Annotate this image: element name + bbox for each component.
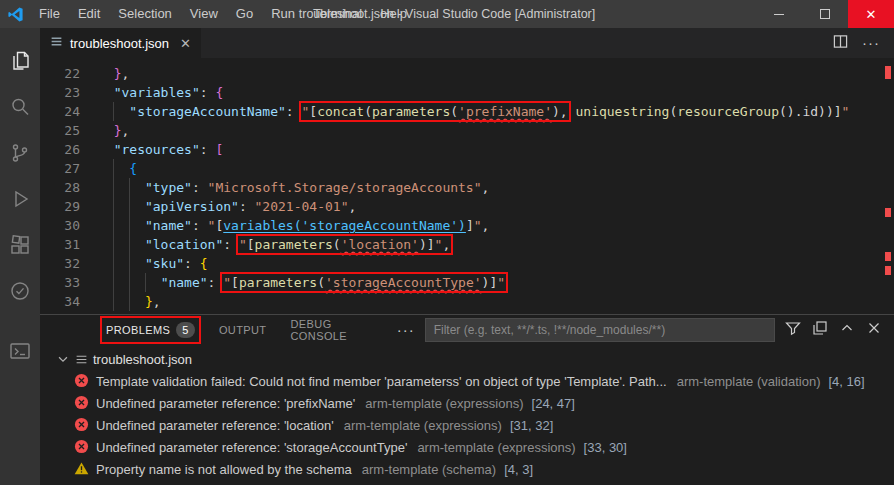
run-debug-button[interactable] xyxy=(0,176,40,222)
problems-rows: Template validation failed: Could not fi… xyxy=(40,370,894,480)
line-number: 23 xyxy=(40,83,80,102)
terminal-button[interactable] xyxy=(0,328,40,374)
files-icon xyxy=(8,49,32,73)
tab-troubleshoot-json[interactable]: troubleshoot.json ✕ xyxy=(40,28,202,58)
code-line[interactable]: 28 "type": "Microsoft.Storage/storageAcc… xyxy=(40,178,894,197)
ruler-error-mark xyxy=(885,208,891,217)
code-line[interactable]: 34 }, xyxy=(40,292,894,311)
error-icon xyxy=(74,373,90,389)
code-line[interactable]: 25 }, xyxy=(40,121,894,140)
code-line[interactable]: 22 }, xyxy=(40,64,894,83)
filter-icon[interactable] xyxy=(785,320,801,340)
explorer-button[interactable] xyxy=(0,38,40,84)
ruler-error-mark xyxy=(885,252,891,261)
problems-count-badge: 5 xyxy=(176,322,195,338)
maximize-button[interactable] xyxy=(802,0,848,28)
code-text: "name": "[variables('storageAccountName'… xyxy=(80,216,489,235)
problem-position: [31, 32] xyxy=(510,418,553,433)
menu-edit[interactable]: Edit xyxy=(69,0,109,28)
code-line[interactable]: 30 "name": "[variables('storageAccountNa… xyxy=(40,216,894,235)
problem-message: Property name is not allowed by the sche… xyxy=(96,462,352,477)
menu-help[interactable]: Help xyxy=(371,0,416,28)
close-panel-icon[interactable] xyxy=(866,320,882,340)
test-explorer-button[interactable] xyxy=(0,268,40,314)
problem-row[interactable]: Undefined parameter reference: 'location… xyxy=(40,414,894,436)
close-button[interactable]: ✕ xyxy=(848,0,894,28)
panel-tabs: PROBLEMS5OUTPUTDEBUG CONSOLE xyxy=(106,318,397,342)
line-number: 25 xyxy=(40,121,80,140)
code-text: "name": "[parameters('storageAccountType… xyxy=(80,273,505,292)
problem-row[interactable]: Property name is not allowed by the sche… xyxy=(40,458,894,480)
code-line[interactable]: 26 "resources": [ xyxy=(40,140,894,159)
test-explorer-icon xyxy=(8,279,32,303)
error-icon xyxy=(74,395,90,411)
code-line[interactable]: 23 "variables": { xyxy=(40,83,894,102)
code-line[interactable]: 24 "storageAccountName": "[concat(parame… xyxy=(40,102,894,121)
minimize-button[interactable] xyxy=(756,0,802,28)
search-button[interactable] xyxy=(0,84,40,130)
menu-selection[interactable]: Selection xyxy=(109,0,180,28)
annotation-box: "[concat(parameters('prefixName'), xyxy=(302,104,568,119)
menu-view[interactable]: View xyxy=(181,0,227,28)
line-number: 29 xyxy=(40,197,80,216)
line-number: 24 xyxy=(40,102,80,121)
menu-run[interactable]: Run xyxy=(262,0,304,28)
panel-more-icon[interactable]: ··· xyxy=(397,325,415,335)
code-text: "sku": { xyxy=(80,254,208,273)
code-line[interactable]: 29 "apiVersion": "2021-04-01", xyxy=(40,197,894,216)
search-icon xyxy=(8,95,32,119)
code-line[interactable]: 33 "name": "[parameters('storageAccountT… xyxy=(40,273,894,292)
source-control-button[interactable] xyxy=(0,130,40,176)
code-text: }, xyxy=(80,121,129,140)
problem-row[interactable]: Undefined parameter reference: 'storageA… xyxy=(40,436,894,458)
warning-icon xyxy=(74,461,90,477)
panel-tab-output[interactable]: OUTPUT xyxy=(219,324,267,336)
problem-message: Undefined parameter reference: 'storageA… xyxy=(96,440,407,455)
run-debug-icon xyxy=(8,187,32,211)
problem-source: arm-template (schema) xyxy=(362,462,496,477)
title-bar: FileEditSelectionViewGoRunTerminalHelp t… xyxy=(0,0,894,28)
panel-icons xyxy=(785,320,882,340)
indent-guide xyxy=(113,159,114,311)
panel-header: PROBLEMS5OUTPUTDEBUG CONSOLE ··· xyxy=(40,315,894,345)
source-control-icon xyxy=(8,141,32,165)
problems-file-group[interactable]: troubleshoot.json xyxy=(40,348,894,370)
problem-message: Undefined parameter reference: 'prefixNa… xyxy=(96,396,355,411)
line-number: 26 xyxy=(40,140,80,159)
code-editor[interactable]: 22 },23 "variables": {24 "storageAccount… xyxy=(40,58,894,314)
menu-go[interactable]: Go xyxy=(227,0,262,28)
problem-position: [33, 30] xyxy=(584,440,627,455)
vscode-logo-icon xyxy=(0,6,30,23)
code-text: }, xyxy=(80,64,129,83)
code-text: "resources": [ xyxy=(80,140,223,159)
menu-file[interactable]: File xyxy=(30,0,69,28)
tab-close-icon[interactable]: ✕ xyxy=(180,36,191,51)
annotation-box: "[parameters('location')]", xyxy=(239,237,450,252)
chevron-up-icon[interactable] xyxy=(839,320,855,340)
json-file-icon xyxy=(75,353,88,366)
line-number: 27 xyxy=(40,159,80,178)
tab-bar: troubleshoot.json ✕ ··· xyxy=(40,28,894,58)
split-panel-icon[interactable] xyxy=(812,320,828,340)
split-editor-icon[interactable] xyxy=(833,34,848,53)
more-actions-icon[interactable]: ··· xyxy=(862,38,880,48)
extensions-button[interactable] xyxy=(0,222,40,268)
problem-row[interactable]: Template validation failed: Could not fi… xyxy=(40,370,894,392)
panel-tab-debug-console[interactable]: DEBUG CONSOLE xyxy=(291,318,373,342)
problems-list: troubleshoot.json Template validation fa… xyxy=(40,345,894,485)
problems-filter-input[interactable] xyxy=(425,318,775,342)
code-line[interactable]: 31 "location": "[parameters('location')]… xyxy=(40,235,894,254)
line-number: 34 xyxy=(40,292,80,311)
problem-row[interactable]: Undefined parameter reference: 'prefixNa… xyxy=(40,392,894,414)
problem-source: arm-template (validation) xyxy=(677,374,821,389)
code-text: "storageAccountName": "[concat(parameter… xyxy=(80,102,849,121)
json-file-icon xyxy=(50,35,63,51)
line-number: 28 xyxy=(40,178,80,197)
code-line[interactable]: 32 "sku": { xyxy=(40,254,894,273)
problem-message: Template validation failed: Could not fi… xyxy=(96,374,667,389)
code-lines: 22 },23 "variables": {24 "storageAccount… xyxy=(40,64,894,311)
panel-tab-problems[interactable]: PROBLEMS5 xyxy=(106,322,195,338)
code-line[interactable]: 27 { xyxy=(40,159,894,178)
line-number: 22 xyxy=(40,64,80,83)
menu-terminal[interactable]: Terminal xyxy=(304,0,371,28)
